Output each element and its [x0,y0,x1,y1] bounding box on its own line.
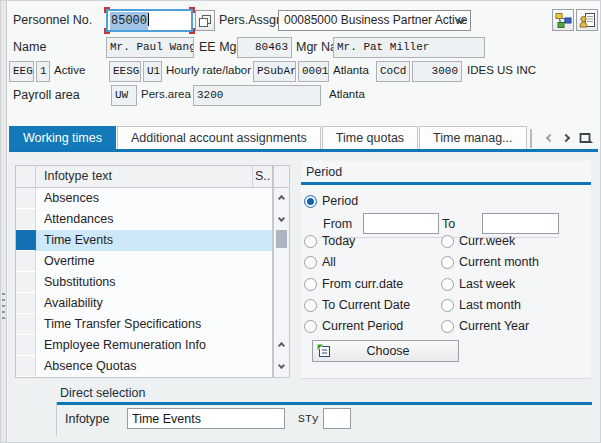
list-item[interactable]: Substitutions [16,272,272,293]
radio-icon[interactable] [441,256,454,269]
list-item[interactable]: Overtime [16,251,272,272]
psubar-key-field: PSubAr [253,61,296,82]
personnel-file-icon [579,12,596,28]
list-item[interactable]: Availability [16,293,272,314]
ee-mgr-field: 80463 [237,37,292,58]
radio-selected-icon[interactable] [304,195,317,208]
radio-current-period[interactable]: Current Period [304,318,403,334]
radio-last-week[interactable]: Last week [441,276,515,292]
org-assignment-button[interactable] [552,9,574,31]
radio-icon[interactable] [304,320,317,333]
from-input[interactable] [363,213,439,234]
radio-icon[interactable] [441,235,454,248]
tab-working-times[interactable]: Working times [9,126,116,149]
row-selector[interactable] [16,251,36,272]
eeg-key-field: EEG [9,61,34,82]
row-selector[interactable] [16,356,36,377]
eesg-text: Hourly rate/labor [166,64,251,76]
chevron-down-icon [278,361,285,368]
scrollbar-thumb[interactable] [276,230,287,248]
psubar-value-field: 0001 [298,61,329,82]
radio-period[interactable]: Period [304,193,358,209]
choose-button-label: Choose [332,344,444,358]
radio-last-month[interactable]: Last month [441,297,521,313]
sap-personnel-screen: Personnel No. 85000 Pers.Assgn 00085000 … [0,0,601,443]
list-item[interactable]: Absences [16,188,272,209]
radio-to-current-date[interactable]: To Current Date [304,297,410,313]
cocd-key-field: CoCd [376,61,410,82]
from-label: From [323,217,352,231]
tab-time-management[interactable]: Time manag... [419,126,526,149]
sty-input[interactable] [323,408,351,429]
radio-icon[interactable] [304,299,317,312]
radio-icon[interactable] [304,278,317,291]
pers-assgn-label: Pers.Assgn [219,13,283,27]
payroll-area-label: Payroll area [13,88,80,102]
row-selector[interactable] [16,293,36,314]
scroll-up-button-bottom[interactable] [274,335,289,355]
row-selector[interactable] [16,188,36,209]
list-item[interactable]: Time Transfer Specifications [16,314,272,335]
personnel-no-input[interactable]: 85000 [106,9,193,32]
radio-curr-week[interactable]: Curr.week [441,233,515,249]
scroll-up-button[interactable] [274,188,289,208]
list-item-selected[interactable]: Time Events [16,230,272,251]
to-input[interactable] [482,213,559,234]
choose-button[interactable]: Choose [312,340,459,362]
chevron-down-icon [278,214,285,221]
eeg-value-field: 1 [36,61,50,82]
copy-icon [198,14,212,28]
radio-today[interactable]: Today [304,233,355,249]
tab-scroll-left-button[interactable] [546,133,554,141]
mgr-na-label: Mgr Na [296,40,337,54]
pers-area-field: 3200 [193,85,321,106]
radio-current-year[interactable]: Current Year [441,318,529,334]
infotype-input[interactable] [127,408,285,429]
column-header-infotype-text: Infotype text [36,166,252,187]
row-selector[interactable] [16,230,36,251]
splitter-grip-icon[interactable] [2,293,5,323]
period-group-title: Period [306,165,342,179]
list-item[interactable]: Absence Quotas [16,356,272,377]
radio-all[interactable]: All [304,254,336,270]
column-header-s: S.. [252,166,272,187]
list-scrollbar[interactable] [273,165,290,378]
pers-area-text: Atlanta [329,88,365,100]
sty-label: STy [298,412,319,425]
copy-button[interactable] [195,10,215,31]
cocd-text: IDES US INC [467,64,536,76]
radio-icon[interactable] [304,235,317,248]
tab-additional-account-assignments[interactable]: Additional account assignments [117,126,321,149]
row-selector[interactable] [16,272,36,293]
radio-icon[interactable] [441,320,454,333]
radio-current-month[interactable]: Current month [441,254,539,270]
radio-icon[interactable] [441,299,454,312]
row-selector[interactable] [16,335,36,356]
scroll-down-button[interactable] [274,208,289,228]
chevron-up-icon [278,341,285,348]
row-selector[interactable] [16,209,36,230]
tab-divider [530,129,532,148]
personnel-file-button[interactable] [576,9,598,31]
mgr-na-field: Mr. Pat Miller [333,37,485,58]
eesg-key-field: EESG [109,61,141,82]
list-item[interactable]: Employee Remuneration Info [16,335,272,356]
list-item[interactable]: Attendances [16,209,272,230]
radio-icon[interactable] [304,256,317,269]
ee-mgr-label: EE Mgr [199,40,241,54]
tab-strip: Working times Additional account assignm… [9,126,598,152]
org-chart-icon [554,12,572,28]
radio-icon[interactable] [441,278,454,291]
pers-assgn-select[interactable]: 00085000 Business Partner Active [278,10,471,31]
tab-scroll-right-button[interactable] [562,133,570,141]
left-splitter[interactable] [1,1,7,443]
name-field: Mr. Paul Wang [106,37,194,58]
eesg-value-field: U1 [143,61,162,82]
row-selector[interactable] [16,314,36,335]
infotype-table: Infotype text S.. Absences Attendances T… [15,165,273,378]
scroll-down-button-bottom[interactable] [274,355,289,375]
radio-from-curr-date[interactable]: From curr.date [304,276,403,292]
tab-overview-button[interactable] [579,131,594,144]
tab-time-quotas[interactable]: Time quotas [322,126,418,149]
personnel-no-label: Personnel No. [13,13,92,27]
